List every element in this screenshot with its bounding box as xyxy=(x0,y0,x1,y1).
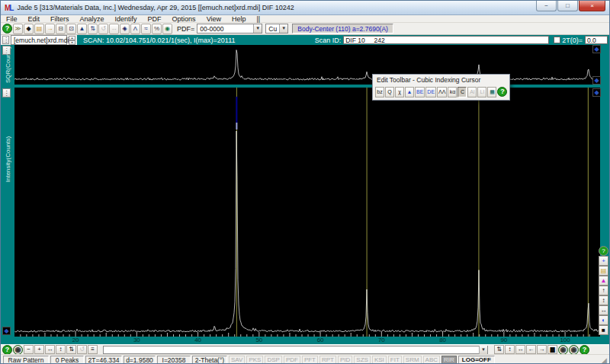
view-range-combo[interactable]: ▼ xyxy=(103,346,488,354)
page-left-button[interactable]: ← xyxy=(526,345,536,354)
open-file-button[interactable]: ▤ xyxy=(34,24,44,34)
contrast-button[interactable]: ◐ xyxy=(599,315,608,325)
menu-item-edit[interactable]: Edit xyxy=(23,15,46,23)
help-button[interactable]: ? xyxy=(2,24,12,34)
axis-tool-button[interactable]: χ xyxy=(395,87,404,97)
menu-item-filters[interactable]: Filters xyxy=(45,15,75,23)
expand-marker-mid[interactable]: ◆ xyxy=(592,76,601,85)
histogram-button[interactable]: ▆ xyxy=(547,345,557,354)
menu-item-file[interactable]: File xyxy=(1,15,23,23)
status-flag-pft[interactable]: PFT xyxy=(302,356,318,364)
import-file-button[interactable]: → xyxy=(45,24,55,34)
status-flag-fit[interactable]: FIT xyxy=(388,356,402,364)
status-flag-pks[interactable]: PKS xyxy=(246,356,263,364)
chevron-down-icon[interactable]: ▼ xyxy=(253,24,262,33)
scale-fit-button[interactable]: ↕ xyxy=(505,345,515,354)
zoom-button[interactable]: Q xyxy=(385,87,394,97)
be-edit-button[interactable]: BE xyxy=(415,87,425,97)
help-button[interactable]: ? xyxy=(2,345,12,355)
maximize-button[interactable]: □ xyxy=(557,1,578,11)
scan-file-combo[interactable]: [emuch.net]xrd.mdi ▼ xyxy=(11,35,67,45)
help-button[interactable]: ? xyxy=(599,246,608,256)
menu-item-options[interactable]: Options xyxy=(167,15,201,23)
status-flag-rir[interactable]: RIR xyxy=(441,356,457,364)
origin-button[interactable]: ◉ xyxy=(13,345,23,355)
kalpha2-strip-button[interactable]: % xyxy=(152,24,162,34)
zoom-horizontal-button[interactable]: ↔ xyxy=(599,305,608,315)
pan-vertical-button[interactable]: ↕ xyxy=(56,345,66,354)
expand-marker-top[interactable]: ◆ xyxy=(592,45,601,53)
status-flag-pdf[interactable]: PDF xyxy=(284,356,300,364)
status-flag-rpt[interactable]: RPT xyxy=(319,356,336,364)
sqr-counts-chart[interactable] xyxy=(14,45,600,85)
pan-cursor-button[interactable]: ◈ xyxy=(120,24,130,34)
scale-up-button[interactable]: ⇅ xyxy=(494,345,504,354)
zoom-in-button[interactable]: + xyxy=(34,345,44,354)
cursor-tools-button[interactable]: ≫ xyxy=(13,24,23,34)
close-button[interactable]: × xyxy=(579,1,605,11)
edit-toolbar-title: Edit Toolbar - Cubic Indexing Cursor xyxy=(373,75,509,85)
drag-grip-icon[interactable]: ⋮ xyxy=(2,36,9,44)
overlay-pattern-button[interactable]: ▲ xyxy=(77,24,87,34)
peak-marker-button[interactable]: ▲ xyxy=(599,276,608,286)
status-flag-dsp[interactable]: DSP xyxy=(265,356,281,364)
print-button[interactable]: ⊟ xyxy=(56,24,66,34)
help-button[interactable]: ? xyxy=(497,87,507,97)
layers-button[interactable]: ▤ xyxy=(599,266,608,276)
menu-item-help[interactable]: Help xyxy=(226,15,252,23)
minimize-button[interactable]: − xyxy=(536,1,557,11)
status-flag-ksi[interactable]: KSI xyxy=(372,356,387,364)
status-flag-sav[interactable]: SAV xyxy=(229,356,245,364)
kalpha2-button[interactable]: kα xyxy=(448,87,457,97)
menu-item-identify[interactable]: Identify xyxy=(110,15,143,23)
status-flag-szs[interactable]: SZS xyxy=(354,356,371,364)
grid-button[interactable]: ▦ xyxy=(487,87,496,97)
expand-vertical-button[interactable]: ⇅ xyxy=(66,345,76,354)
scan-id-input[interactable]: DIF 10 242 xyxy=(343,36,549,44)
pan-button[interactable]: + xyxy=(599,256,608,266)
background-fit-button[interactable]: ≈ xyxy=(141,24,151,34)
intensity-chart[interactable] xyxy=(14,88,600,337)
scan-spinner[interactable]: ▴ ▾ xyxy=(69,36,75,44)
scroll-horizontal-button[interactable]: ↔ xyxy=(515,345,525,354)
edit-toolbar-window[interactable]: Edit Toolbar - Cubic Indexing Cursor bzQ… xyxy=(372,74,510,101)
display-button[interactable]: ⊡ xyxy=(66,24,76,34)
pan-horizontal-button[interactable]: ↔ xyxy=(45,345,55,354)
status-flag-srm[interactable]: SRM xyxy=(403,356,422,364)
peak-paint-button[interactable]: ▲ xyxy=(405,87,414,97)
expand-marker-bottom-left[interactable]: ◆ xyxy=(2,327,11,335)
menu-item-analyze[interactable]: Analyze xyxy=(75,15,110,23)
profile-fit-button[interactable]: Λ xyxy=(130,24,140,34)
profile-edit-button[interactable]: ΛΛ xyxy=(437,87,447,97)
log-scale-toggle[interactable]: LOG=OFF xyxy=(458,356,495,364)
status-flag-abc[interactable]: ABC xyxy=(423,356,440,364)
web-pdf-button[interactable]: ◉ xyxy=(162,24,172,34)
chevron-down-icon[interactable]: ▼ xyxy=(279,24,287,33)
bg-edit-button[interactable]: bz xyxy=(375,87,384,97)
resize-grip[interactable]: ◢ xyxy=(602,356,607,364)
two-theta-zero-label: 2T(0)= xyxy=(562,37,583,44)
chevron-down-icon[interactable]: ▼ xyxy=(479,346,487,354)
main-panel-grip[interactable]: ⋮ xyxy=(2,88,11,97)
cubic-cursor-button[interactable]: C xyxy=(458,87,467,97)
record-button[interactable]: ◉ xyxy=(558,345,568,355)
snapshot-button[interactable]: ◉ xyxy=(569,345,579,355)
scale-pattern-button[interactable]: ⇅ xyxy=(88,24,98,34)
de-edit-button[interactable]: DE xyxy=(425,87,436,97)
zoom-vertical-button[interactable]: ↕ xyxy=(599,295,608,305)
menu-item-view[interactable]: View xyxy=(201,15,226,23)
scroll-up-button[interactable]: ↑ xyxy=(599,286,608,295)
two-theta-zero-checkbox[interactable] xyxy=(554,37,560,43)
menu-item-pdf[interactable]: PDF xyxy=(143,15,167,23)
page-right-button[interactable]: → xyxy=(537,345,547,354)
stop-button[interactable]: ■ xyxy=(599,325,608,335)
zoom-out-button[interactable]: − xyxy=(24,345,34,354)
two-theta-zero-input[interactable]: 0.0 xyxy=(585,36,608,44)
expand-marker-main[interactable]: ◆ xyxy=(592,88,601,97)
help-button-2[interactable]: ? xyxy=(580,345,589,355)
status-flag-pid[interactable]: PID xyxy=(338,356,352,364)
pdf-number-combo[interactable]: 00-0000 ▼ xyxy=(197,24,262,34)
sort-updown-button[interactable]: ◆ xyxy=(24,24,34,34)
anode-combo[interactable]: Cu ▼ xyxy=(265,24,288,34)
fit-view-button[interactable]: ≡ xyxy=(88,345,98,354)
